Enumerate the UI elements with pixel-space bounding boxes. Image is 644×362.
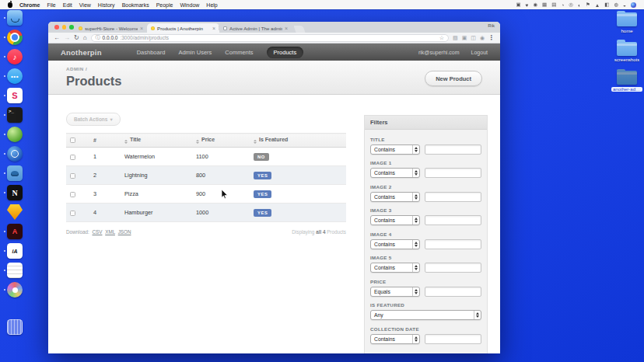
table-row[interactable]: 1 Watermelon 1100 NO <box>66 148 346 166</box>
back-icon[interactable]: ← <box>54 35 60 41</box>
menubar-item-people[interactable]: People <box>156 2 173 8</box>
status-icon[interactable]: ▤ <box>551 2 556 8</box>
download-xml-link[interactable]: XML <box>105 229 115 235</box>
filter-value-input[interactable] <box>425 287 481 297</box>
status-icon[interactable]: ◎ <box>569 2 573 8</box>
tab-products-anotherpin[interactable]: Products | Anotherpin × <box>147 23 219 33</box>
row-checkbox[interactable] <box>70 155 75 160</box>
extension-icon[interactable]: ◉ <box>480 35 485 41</box>
extension-icon[interactable]: ▧ <box>453 35 458 41</box>
table-row[interactable]: 2 Lightning 800 YES <box>66 166 346 185</box>
notion-dock-icon[interactable]: N <box>7 185 23 200</box>
menubar-item-bookmarks[interactable]: Bookmarks <box>122 2 149 8</box>
status-icon[interactable]: ◔ <box>561 2 564 8</box>
close-window-button[interactable] <box>54 25 59 30</box>
filter-operator-select[interactable]: Contains <box>370 192 420 202</box>
folder-another-adm-selected[interactable]: another-adm-co <box>611 68 642 92</box>
status-icon[interactable]: ▦ <box>542 2 547 8</box>
slack-dock-icon[interactable]: S <box>7 88 23 103</box>
menubar-item-window[interactable]: Window <box>180 2 199 8</box>
menubar-item-help[interactable]: Help <box>206 2 217 8</box>
volume-icon[interactable]: ◧ <box>604 2 609 8</box>
nav-item-admin-users[interactable]: Admin Users <box>178 49 212 56</box>
close-tab-icon[interactable]: × <box>285 26 288 31</box>
status-icon[interactable]: ◉ <box>533 2 537 8</box>
filter-value-input[interactable] <box>425 192 481 202</box>
filter-operator-select[interactable]: Contains <box>370 334 420 344</box>
row-checkbox[interactable] <box>70 192 75 197</box>
forward-icon[interactable]: → <box>64 35 70 41</box>
table-row[interactable]: 4 Hamburger 1000 YES <box>66 204 346 222</box>
filter-operator-select[interactable]: Contains <box>370 263 420 273</box>
zoom-window-button[interactable] <box>69 25 74 30</box>
music-dock-icon[interactable]: ♪ <box>7 49 23 64</box>
bookmark-star-icon[interactable]: ☆ <box>439 35 444 41</box>
status-icon[interactable]: ⚑ <box>586 2 590 8</box>
filter-value-input[interactable] <box>425 168 481 178</box>
status-icon[interactable]: ▣ <box>516 2 520 8</box>
finder-dock-icon[interactable] <box>7 10 23 26</box>
ia-writer-dock-icon[interactable]: iA <box>7 243 23 259</box>
site-info-icon[interactable]: ⓘ <box>96 34 100 41</box>
new-tab-button[interactable] <box>294 26 306 33</box>
wifi-icon[interactable]: ▲ <box>595 2 600 8</box>
tweetbot-dock-icon[interactable] <box>7 165 23 181</box>
filter-operator-select[interactable]: Equals <box>370 287 420 297</box>
header-title[interactable]: Title <box>121 134 192 148</box>
batch-actions-button[interactable]: Batch Actions ▾ <box>66 113 121 126</box>
close-tab-icon[interactable]: × <box>212 26 215 31</box>
home-icon[interactable]: ⌂ <box>83 35 87 41</box>
download-json-link[interactable]: JSON <box>118 229 131 235</box>
green-sphere-dock-icon[interactable] <box>7 127 23 142</box>
messages-dock-icon[interactable]: ••• <box>7 68 23 84</box>
menubar-item-file[interactable]: File <box>47 2 55 8</box>
extension-icon[interactable]: ▣ <box>462 35 467 41</box>
menubar-item-edit[interactable]: Edit <box>63 2 72 8</box>
header-id[interactable]: # <box>89 134 121 148</box>
filter-value-input[interactable] <box>425 263 481 273</box>
siri-icon[interactable] <box>631 2 636 8</box>
row-checkbox[interactable] <box>70 211 75 216</box>
status-icon[interactable]: ◐ <box>578 2 581 8</box>
nav-item-dashboard[interactable]: Dashboard <box>137 49 166 56</box>
table-row[interactable]: 3 Pizza 900 YES <box>66 185 346 204</box>
terminal-dock-icon[interactable]: >_ <box>7 107 23 123</box>
filter-value-input[interactable] <box>425 334 481 344</box>
brand-logo[interactable]: Anotherpin <box>61 48 102 57</box>
apple-menu-icon[interactable] <box>8 2 12 8</box>
filter-value-input[interactable] <box>425 239 481 249</box>
select-all-checkbox[interactable] <box>70 137 75 143</box>
extension-icon[interactable]: ◫ <box>471 35 476 41</box>
filter-featured-select[interactable]: Any <box>370 310 481 320</box>
filter-operator-select[interactable]: Contains <box>370 215 420 225</box>
filter-operator-select[interactable]: Contains <box>370 239 420 249</box>
filter-operator-select[interactable]: Contains <box>370 144 420 155</box>
filter-value-input[interactable] <box>425 144 481 155</box>
menubar-item-history[interactable]: History <box>98 2 115 8</box>
filter-value-input[interactable] <box>425 215 481 225</box>
acrobat-dock-icon[interactable]: A <box>7 224 23 239</box>
header-price[interactable]: Price <box>192 134 250 148</box>
download-csv-link[interactable]: CSV <box>93 229 103 235</box>
nav-item-products[interactable]: Products <box>267 47 304 58</box>
search-icon[interactable]: ◒ <box>623 2 626 8</box>
photos-dock-icon[interactable] <box>7 282 23 298</box>
blue-clock-dock-icon[interactable] <box>7 146 23 162</box>
chrome-dock-icon[interactable] <box>7 30 23 45</box>
menubar-app-name[interactable]: Chrome <box>19 2 40 8</box>
display-icon[interactable]: ◍ <box>614 2 618 8</box>
notes-dock-icon[interactable] <box>7 263 23 278</box>
filter-operator-select[interactable]: Contains <box>370 168 420 178</box>
tab-superhi-store[interactable]: superHi-Store - Welcome: Ho × <box>75 23 147 33</box>
new-product-button[interactable]: New Product <box>425 71 482 86</box>
tab-active-admin[interactable]: Active Admin | The administra × <box>219 23 292 33</box>
browser-profile-name[interactable]: Rik <box>488 23 495 28</box>
reload-icon[interactable]: ↻ <box>74 35 79 41</box>
address-bar[interactable]: ⓘ 0.0.0.0:3000/admin/products ☆ <box>91 34 449 42</box>
folder-home[interactable]: home <box>611 9 642 33</box>
breadcrumb[interactable]: ADMIN / <box>66 66 482 71</box>
close-tab-icon[interactable]: × <box>140 26 143 31</box>
folder-screenshots[interactable]: screenshots <box>611 39 642 63</box>
status-icon[interactable]: ♥ <box>526 2 529 8</box>
row-checkbox[interactable] <box>70 173 75 179</box>
